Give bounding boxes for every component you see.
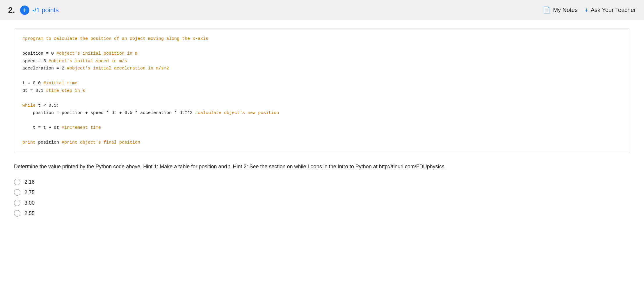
code-line-9: t = t + dt xyxy=(22,125,62,130)
option-label-1[interactable]: 2.16 xyxy=(24,179,35,185)
option-label-3[interactable]: 3.00 xyxy=(24,200,35,206)
question-text: Determine the value printed by the Pytho… xyxy=(14,162,630,171)
radio-option-1[interactable] xyxy=(14,179,20,185)
ask-teacher-label: Ask Your Teacher xyxy=(591,7,636,13)
option-item-4[interactable]: 2.55 xyxy=(14,210,630,217)
code-line-1-comment: #program to calculate the position of an… xyxy=(22,36,208,41)
code-line-7: t < 0.5: xyxy=(35,103,59,108)
code-line-3-comment: #object's initial speed in m/s xyxy=(49,59,127,64)
header-left: 2. + -/1 points xyxy=(8,6,59,15)
ask-teacher-button[interactable]: + Ask Your Teacher xyxy=(585,6,636,14)
code-line-10: position xyxy=(35,140,62,145)
option-item-2[interactable]: 2.75 xyxy=(14,189,630,196)
option-label-2[interactable]: 2.75 xyxy=(24,190,35,196)
options-list: 2.16 2.75 3.00 2.55 xyxy=(14,179,630,217)
code-block: #program to calculate the position of an… xyxy=(14,28,630,153)
header-right: 📄 My Notes + Ask Your Teacher xyxy=(543,6,636,14)
my-notes-label: My Notes xyxy=(553,7,577,13)
ask-teacher-icon: + xyxy=(585,6,588,14)
my-notes-button[interactable]: 📄 My Notes xyxy=(543,6,577,14)
code-line-6: dt = 0.1 xyxy=(22,88,46,93)
code-line-9-comment: #increment time xyxy=(62,125,101,130)
code-line-8: position = position + speed * dt + 0.5 *… xyxy=(22,110,195,115)
question-number: 2. xyxy=(8,6,15,15)
add-points-icon[interactable]: + xyxy=(20,6,29,15)
code-line-5-comment: #initial time xyxy=(43,81,77,86)
code-line-4-comment: #object's initial acceleration in m/s^2 xyxy=(67,66,169,71)
code-while-kw: while xyxy=(22,103,35,108)
code-line-6-comment: #time step in s xyxy=(46,88,85,93)
code-line-2: position = 0 xyxy=(22,51,56,56)
radio-option-2[interactable] xyxy=(14,189,20,196)
option-label-4[interactable]: 2.55 xyxy=(24,210,35,217)
radio-option-3[interactable] xyxy=(14,200,20,206)
code-line-4: acceleration = 2 xyxy=(22,66,67,71)
code-line-10-comment: #print object's final position xyxy=(62,140,140,145)
main-content: #program to calculate the position of an… xyxy=(0,20,644,228)
code-line-5: t = 0.0 xyxy=(22,81,43,86)
option-item-1[interactable]: 2.16 xyxy=(14,179,630,185)
code-line-8-comment: #calculate object's new position xyxy=(195,110,279,115)
points-label: -/1 points xyxy=(32,6,59,14)
option-item-3[interactable]: 3.00 xyxy=(14,200,630,206)
code-print-kw: print xyxy=(22,140,35,145)
code-line-3: speed = 5 xyxy=(22,59,49,64)
page-wrapper: 2. + -/1 points 📄 My Notes + Ask Your Te… xyxy=(0,0,644,286)
header-bar: 2. + -/1 points 📄 My Notes + Ask Your Te… xyxy=(0,0,644,20)
radio-option-4[interactable] xyxy=(14,210,20,217)
code-line-2-comment: #object's initial position in m xyxy=(56,51,138,56)
notes-icon: 📄 xyxy=(543,6,551,14)
